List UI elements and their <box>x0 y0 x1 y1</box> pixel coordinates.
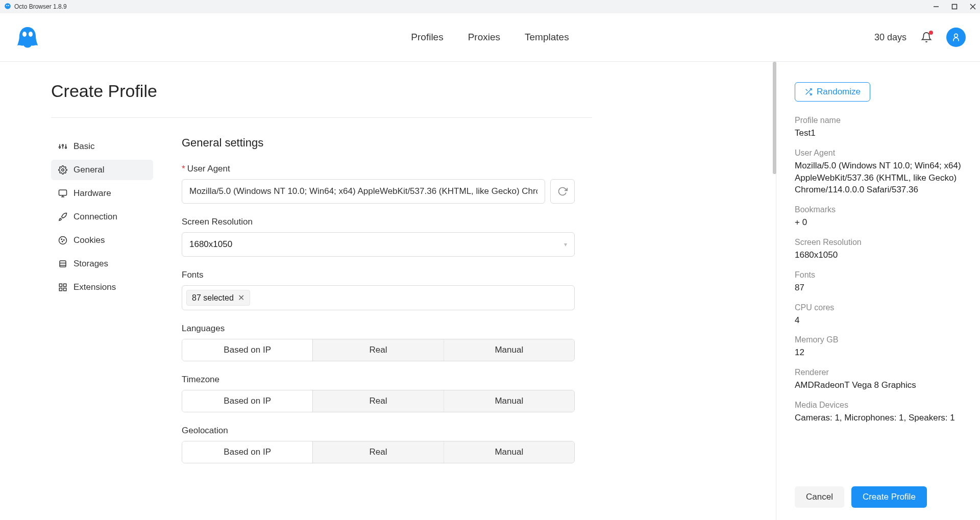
svg-rect-24 <box>60 261 66 267</box>
randomize-button[interactable]: Randomize <box>795 82 870 102</box>
svg-rect-4 <box>952 5 957 9</box>
sidebar-item-hardware[interactable]: Hardware <box>51 183 153 204</box>
nav-proxies[interactable]: Proxies <box>468 32 500 43</box>
summary-media-value: Cameras: 1, Microphones: 1, Speakers: 1 <box>795 412 962 424</box>
svg-rect-17 <box>59 190 67 195</box>
sidebar-item-cookies[interactable]: Cookies <box>51 230 153 251</box>
sidebar-item-label: Storages <box>74 259 108 269</box>
sliders-icon <box>58 142 67 151</box>
sidebar-item-label: Extensions <box>74 282 116 292</box>
svg-line-33 <box>806 89 807 91</box>
svg-point-0 <box>5 3 11 9</box>
fonts-label: Fonts <box>182 270 575 280</box>
database-icon <box>58 259 67 268</box>
refresh-user-agent-button[interactable] <box>550 179 575 204</box>
svg-point-7 <box>22 32 27 37</box>
svg-point-16 <box>62 169 64 171</box>
sidebar-item-label: Cookies <box>74 235 105 245</box>
window-close-icon[interactable] <box>970 4 976 10</box>
geolocation-real[interactable]: Real <box>313 441 444 463</box>
summary-renderer-label: Renderer <box>795 368 962 377</box>
notification-dot <box>929 31 933 35</box>
timezone-basedip[interactable]: Based on IP <box>182 390 313 412</box>
sidebar-item-label: Basic <box>74 141 95 152</box>
svg-point-13 <box>59 146 61 148</box>
fonts-select[interactable]: 87 selected ✕ <box>182 285 575 310</box>
sidebar-item-general[interactable]: General <box>51 160 153 180</box>
svg-point-23 <box>62 241 63 242</box>
gear-icon <box>58 165 67 175</box>
app-header: Profiles Proxies Templates 30 days <box>0 13 980 62</box>
svg-point-8 <box>29 32 33 37</box>
fonts-tag: 87 selected ✕ <box>186 290 250 306</box>
svg-point-2 <box>8 5 9 6</box>
sidebar-item-label: General <box>74 165 104 175</box>
summary-bookmarks-value: + 0 <box>795 216 962 229</box>
randomize-label: Randomize <box>817 87 861 97</box>
summary-screen-value: 1680x1050 <box>795 249 962 261</box>
cancel-button[interactable]: Cancel <box>795 486 844 508</box>
remove-tag-icon[interactable]: ✕ <box>238 293 244 303</box>
nav-templates[interactable]: Templates <box>525 32 569 43</box>
summary-panel: Randomize Profile nameTest1 User AgentMo… <box>776 62 980 520</box>
screen-resolution-select[interactable]: 1680x1050 ▾ <box>182 232 575 257</box>
sidebar-item-basic[interactable]: Basic <box>51 136 153 157</box>
chevron-down-icon: ▾ <box>564 241 567 248</box>
summary-renderer-value: AMDRadeonT Vega 8 Graphics <box>795 379 962 391</box>
summary-fonts-label: Fonts <box>795 270 962 280</box>
window-minimize-icon[interactable] <box>933 4 939 10</box>
screen-resolution-value: 1680x1050 <box>189 239 232 250</box>
window-maximize-icon[interactable] <box>951 4 958 10</box>
settings-sidebar: Basic General Hardware Connection <box>51 136 153 298</box>
logo <box>14 24 41 51</box>
svg-rect-27 <box>59 284 62 286</box>
summary-profile-name-label: Profile name <box>795 116 962 125</box>
window-title: Octo Browser 1.8.9 <box>14 3 67 10</box>
sidebar-item-storages[interactable]: Storages <box>51 254 153 274</box>
svg-point-22 <box>64 240 65 241</box>
cookie-icon <box>58 236 67 245</box>
timezone-label: Timezone <box>182 375 575 385</box>
sidebar-item-label: Connection <box>74 212 117 222</box>
sidebar-item-connection[interactable]: Connection <box>51 207 153 227</box>
svg-rect-29 <box>59 288 62 291</box>
languages-segmented: Based on IP Real Manual <box>182 339 575 361</box>
timezone-real[interactable]: Real <box>313 390 444 412</box>
user-agent-input[interactable] <box>182 179 545 204</box>
languages-real[interactable]: Real <box>313 339 444 361</box>
page-title: Create Profile <box>51 81 592 101</box>
fonts-tag-label: 87 selected <box>192 293 234 303</box>
svg-point-9 <box>954 34 958 37</box>
summary-profile-name-value: Test1 <box>795 127 962 139</box>
nav-profiles[interactable]: Profiles <box>411 32 443 43</box>
svg-rect-28 <box>64 284 66 286</box>
summary-cpu-value: 4 <box>795 314 962 327</box>
summary-ua-label: User Agent <box>795 148 962 158</box>
summary-ua-value: Mozilla/5.0 (Windows NT 10.0; Win64; x64… <box>795 160 962 196</box>
languages-basedip[interactable]: Based on IP <box>182 339 313 361</box>
refresh-icon <box>557 186 568 196</box>
svg-point-14 <box>62 144 64 146</box>
timezone-manual[interactable]: Manual <box>444 390 574 412</box>
geolocation-label: Geolocation <box>182 426 575 436</box>
sidebar-item-extensions[interactable]: Extensions <box>51 277 153 298</box>
svg-point-1 <box>6 5 7 6</box>
geolocation-manual[interactable]: Manual <box>444 441 574 463</box>
geolocation-basedip[interactable]: Based on IP <box>182 441 313 463</box>
days-remaining[interactable]: 30 days <box>874 32 906 43</box>
window-titlebar: Octo Browser 1.8.9 <box>0 0 980 13</box>
summary-bookmarks-label: Bookmarks <box>795 205 962 214</box>
summary-screen-label: Screen Resolution <box>795 238 962 247</box>
user-agent-label: *User Agent <box>182 164 575 174</box>
summary-cpu-label: CPU cores <box>795 303 962 312</box>
grid-icon <box>58 283 67 292</box>
notifications-button[interactable] <box>921 32 932 43</box>
app-icon <box>4 3 11 11</box>
section-title: General settings <box>182 136 575 150</box>
divider <box>51 117 592 118</box>
languages-label: Languages <box>182 324 575 334</box>
scrollbar-thumb[interactable] <box>773 62 776 174</box>
create-profile-button[interactable]: Create Profile <box>851 486 927 508</box>
languages-manual[interactable]: Manual <box>444 339 574 361</box>
user-avatar[interactable] <box>946 28 966 47</box>
